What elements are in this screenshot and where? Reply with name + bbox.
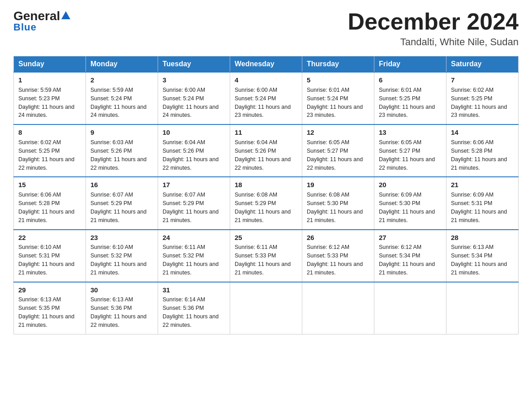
day-info: Sunrise: 6:12 AMSunset: 5:34 PMDaylight:…	[379, 244, 435, 276]
calendar-cell: 12Sunrise: 6:05 AMSunset: 5:27 PMDayligh…	[302, 124, 374, 177]
day-info: Sunrise: 6:06 AMSunset: 5:28 PMDaylight:…	[18, 192, 74, 223]
calendar-cell: 20Sunrise: 6:09 AMSunset: 5:30 PMDayligh…	[374, 177, 446, 229]
day-number: 7	[451, 75, 514, 85]
calendar-cell: 19Sunrise: 6:08 AMSunset: 5:30 PMDayligh…	[302, 177, 374, 229]
day-info: Sunrise: 6:12 AMSunset: 5:33 PMDaylight:…	[307, 244, 363, 276]
day-info: Sunrise: 6:10 AMSunset: 5:31 PMDaylight:…	[18, 244, 74, 276]
day-info: Sunrise: 6:09 AMSunset: 5:30 PMDaylight:…	[379, 192, 435, 223]
calendar-cell	[230, 282, 302, 334]
day-number: 22	[18, 233, 81, 243]
calendar-week-row: 1Sunrise: 5:59 AMSunset: 5:23 PMDaylight…	[14, 72, 519, 124]
calendar-week-row: 22Sunrise: 6:10 AMSunset: 5:31 PMDayligh…	[14, 230, 519, 282]
page-header: General Blue December 2024 Tandalti, Whi…	[13, 9, 519, 48]
day-number: 12	[307, 128, 369, 137]
day-number: 2	[90, 75, 153, 85]
calendar-cell: 25Sunrise: 6:11 AMSunset: 5:33 PMDayligh…	[230, 230, 302, 282]
day-info: Sunrise: 6:01 AMSunset: 5:24 PMDaylight:…	[307, 87, 363, 119]
calendar-cell: 17Sunrise: 6:07 AMSunset: 5:29 PMDayligh…	[158, 177, 230, 229]
calendar-cell: 23Sunrise: 6:10 AMSunset: 5:32 PMDayligh…	[86, 230, 158, 282]
logo-triangle-icon	[61, 10, 71, 20]
day-number: 10	[163, 128, 225, 137]
calendar-cell: 28Sunrise: 6:13 AMSunset: 5:34 PMDayligh…	[446, 230, 519, 282]
day-info: Sunrise: 6:07 AMSunset: 5:29 PMDaylight:…	[90, 192, 146, 223]
calendar-cell: 14Sunrise: 6:06 AMSunset: 5:28 PMDayligh…	[446, 124, 519, 177]
day-info: Sunrise: 6:02 AMSunset: 5:25 PMDaylight:…	[18, 139, 74, 171]
day-number: 28	[451, 233, 514, 243]
day-info: Sunrise: 6:11 AMSunset: 5:33 PMDaylight:…	[235, 244, 291, 276]
day-info: Sunrise: 6:08 AMSunset: 5:29 PMDaylight:…	[235, 192, 291, 223]
weekday-header-friday: Friday	[374, 56, 446, 73]
day-info: Sunrise: 6:01 AMSunset: 5:25 PMDaylight:…	[379, 87, 435, 119]
calendar-week-row: 29Sunrise: 6:13 AMSunset: 5:35 PMDayligh…	[14, 282, 519, 334]
calendar-table: SundayMondayTuesdayWednesdayThursdayFrid…	[13, 56, 519, 334]
day-number: 21	[451, 180, 514, 190]
day-number: 23	[90, 233, 153, 243]
day-number: 1	[18, 75, 81, 85]
calendar-cell: 6Sunrise: 6:01 AMSunset: 5:25 PMDaylight…	[374, 72, 446, 124]
day-number: 3	[163, 75, 225, 85]
day-info: Sunrise: 6:09 AMSunset: 5:31 PMDaylight:…	[451, 192, 507, 223]
day-info: Sunrise: 6:13 AMSunset: 5:36 PMDaylight:…	[90, 296, 146, 328]
calendar-header-row: SundayMondayTuesdayWednesdayThursdayFrid…	[14, 56, 519, 73]
calendar-cell: 21Sunrise: 6:09 AMSunset: 5:31 PMDayligh…	[446, 177, 519, 229]
day-info: Sunrise: 6:14 AMSunset: 5:36 PMDaylight:…	[163, 296, 219, 328]
day-number: 26	[307, 233, 369, 243]
weekday-header-sunday: Sunday	[14, 56, 86, 73]
day-number: 18	[235, 180, 297, 190]
day-info: Sunrise: 6:03 AMSunset: 5:26 PMDaylight:…	[90, 139, 146, 171]
day-number: 19	[307, 180, 369, 190]
day-info: Sunrise: 5:59 AMSunset: 5:23 PMDaylight:…	[18, 87, 74, 119]
weekday-header-wednesday: Wednesday	[230, 56, 302, 73]
weekday-header-saturday: Saturday	[446, 56, 519, 73]
calendar-cell: 29Sunrise: 6:13 AMSunset: 5:35 PMDayligh…	[14, 282, 86, 334]
calendar-cell: 27Sunrise: 6:12 AMSunset: 5:34 PMDayligh…	[374, 230, 446, 282]
calendar-cell: 9Sunrise: 6:03 AMSunset: 5:26 PMDaylight…	[86, 124, 158, 177]
svg-marker-0	[61, 11, 70, 19]
calendar-cell: 5Sunrise: 6:01 AMSunset: 5:24 PMDaylight…	[302, 72, 374, 124]
calendar-cell: 22Sunrise: 6:10 AMSunset: 5:31 PMDayligh…	[14, 230, 86, 282]
logo-blue-text: Blue	[13, 21, 37, 33]
calendar-cell: 7Sunrise: 6:02 AMSunset: 5:25 PMDaylight…	[446, 72, 519, 124]
calendar-cell: 18Sunrise: 6:08 AMSunset: 5:29 PMDayligh…	[230, 177, 302, 229]
calendar-cell: 16Sunrise: 6:07 AMSunset: 5:29 PMDayligh…	[86, 177, 158, 229]
day-number: 13	[379, 128, 442, 137]
day-number: 9	[90, 128, 153, 137]
weekday-header-tuesday: Tuesday	[158, 56, 230, 73]
day-number: 4	[235, 75, 297, 85]
day-number: 16	[90, 180, 153, 190]
calendar-cell	[446, 282, 519, 334]
day-number: 17	[163, 180, 225, 190]
day-info: Sunrise: 6:04 AMSunset: 5:26 PMDaylight:…	[235, 139, 291, 171]
calendar-cell	[374, 282, 446, 334]
day-number: 15	[18, 180, 81, 190]
day-number: 25	[235, 233, 297, 243]
day-info: Sunrise: 6:00 AMSunset: 5:24 PMDaylight:…	[163, 87, 219, 119]
day-number: 6	[379, 75, 442, 85]
calendar-cell: 31Sunrise: 6:14 AMSunset: 5:36 PMDayligh…	[158, 282, 230, 334]
day-info: Sunrise: 6:04 AMSunset: 5:26 PMDaylight:…	[163, 139, 219, 171]
day-info: Sunrise: 6:11 AMSunset: 5:32 PMDaylight:…	[163, 244, 219, 276]
weekday-header-monday: Monday	[86, 56, 158, 73]
day-number: 8	[18, 128, 81, 137]
calendar-cell: 24Sunrise: 6:11 AMSunset: 5:32 PMDayligh…	[158, 230, 230, 282]
calendar-cell: 30Sunrise: 6:13 AMSunset: 5:36 PMDayligh…	[86, 282, 158, 334]
day-info: Sunrise: 6:02 AMSunset: 5:25 PMDaylight:…	[451, 87, 507, 119]
weekday-header-thursday: Thursday	[302, 56, 374, 73]
day-number: 20	[379, 180, 442, 190]
day-info: Sunrise: 6:07 AMSunset: 5:29 PMDaylight:…	[163, 192, 219, 223]
day-number: 29	[18, 285, 81, 295]
calendar-cell	[302, 282, 374, 334]
day-info: Sunrise: 6:06 AMSunset: 5:28 PMDaylight:…	[451, 139, 507, 171]
location-title: Tandalti, White Nile, Sudan	[348, 36, 519, 48]
day-info: Sunrise: 6:10 AMSunset: 5:32 PMDaylight:…	[90, 244, 146, 276]
day-info: Sunrise: 6:13 AMSunset: 5:35 PMDaylight:…	[18, 296, 74, 328]
calendar-cell: 13Sunrise: 6:05 AMSunset: 5:27 PMDayligh…	[374, 124, 446, 177]
day-number: 24	[163, 233, 225, 243]
day-info: Sunrise: 6:13 AMSunset: 5:34 PMDaylight:…	[451, 244, 507, 276]
month-title: December 2024	[348, 9, 519, 34]
day-number: 14	[451, 128, 514, 137]
title-area: December 2024 Tandalti, White Nile, Suda…	[348, 9, 519, 48]
calendar-cell: 26Sunrise: 6:12 AMSunset: 5:33 PMDayligh…	[302, 230, 374, 282]
calendar-cell: 4Sunrise: 6:00 AMSunset: 5:24 PMDaylight…	[230, 72, 302, 124]
calendar-cell: 15Sunrise: 6:06 AMSunset: 5:28 PMDayligh…	[14, 177, 86, 229]
